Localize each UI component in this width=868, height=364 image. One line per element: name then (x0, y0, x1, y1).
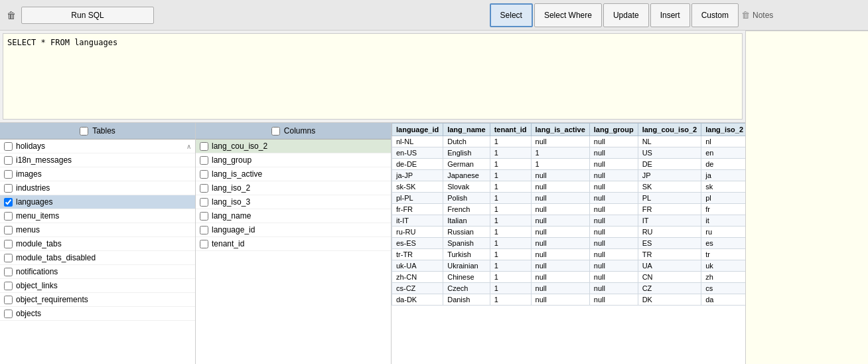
results-column-header: lang_iso_2 (701, 124, 745, 136)
table-cell: 1 (490, 170, 531, 181)
table-cell: null (531, 272, 589, 283)
tables-select-all-checkbox[interactable] (80, 127, 88, 136)
table-item[interactable]: i18n_messages (0, 153, 195, 167)
notes-label: Notes (753, 11, 773, 20)
table-cell: ru-RU (392, 227, 443, 238)
table-cell: Czech (443, 283, 490, 294)
column-checkbox[interactable] (200, 142, 208, 151)
table-cell: de-DE (392, 159, 443, 170)
table-cell: 1 (490, 294, 531, 306)
table-checkbox[interactable] (4, 156, 13, 165)
query-button-custom[interactable]: Custom (691, 3, 739, 27)
table-row[interactable]: sk-SKSlovak1nullnullSKskslo (392, 181, 746, 193)
table-checkbox[interactable] (4, 184, 13, 193)
table-cell: null (589, 181, 638, 193)
column-item[interactable]: lang_group (196, 153, 391, 167)
table-checkbox[interactable] (4, 310, 13, 318)
table-checkbox[interactable] (4, 142, 13, 151)
table-item[interactable]: menus (0, 223, 195, 237)
table-cell: null (589, 193, 638, 204)
table-item[interactable]: object_requirements (0, 293, 195, 307)
columns-select-all-checkbox[interactable] (271, 127, 280, 136)
notes-trash-icon[interactable]: 🗑 (741, 10, 750, 20)
table-row[interactable]: da-DKDanish1nullnullDKdadan (392, 294, 746, 306)
table-row[interactable]: en-USEnglish11nullUSeneng (392, 147, 746, 159)
table-checkbox[interactable] (4, 212, 13, 221)
column-checkbox[interactable] (200, 240, 208, 248)
table-item[interactable]: holidays∧ (0, 139, 195, 153)
table-item[interactable]: module_tabs (0, 237, 195, 251)
table-cell: fr-FR (392, 204, 443, 215)
column-item[interactable]: tenant_id (196, 237, 391, 251)
column-item[interactable]: lang_is_active (196, 167, 391, 181)
column-item[interactable]: lang_cou_iso_2 (196, 139, 391, 153)
table-cell: zh-CN (392, 272, 443, 283)
table-item[interactable]: images (0, 167, 195, 181)
tables-header-label: Tables (92, 126, 115, 136)
tables-panel: Tables holidays∧i18n_messagesimagesindus… (0, 123, 196, 364)
table-checkbox[interactable] (4, 268, 13, 276)
table-row[interactable]: uk-UAUkrainian1nullnullUAukukr (392, 260, 746, 272)
table-cell: null (531, 249, 589, 260)
query-button-select-where[interactable]: Select Where (534, 3, 602, 27)
table-row[interactable]: pl-PLPolish1nullnullPLplpol (392, 193, 746, 204)
table-cell: it (701, 215, 745, 227)
table-item[interactable]: languages (0, 195, 195, 209)
column-item[interactable]: language_id (196, 223, 391, 237)
table-cell: uk (701, 260, 745, 272)
table-checkbox[interactable] (4, 240, 13, 248)
table-cell: null (589, 215, 638, 227)
table-checkbox[interactable] (4, 170, 13, 179)
table-item[interactable]: menu_items (0, 209, 195, 223)
table-row[interactable]: cs-CZCzech1nullnullCZcscze (392, 283, 746, 294)
column-checkbox[interactable] (200, 156, 208, 165)
run-sql-button[interactable]: Run SQL (21, 7, 154, 24)
table-row[interactable]: ru-RURussian1nullnullRUrurus (392, 227, 746, 238)
column-item[interactable]: lang_iso_3 (196, 195, 391, 209)
notes-panel (745, 31, 868, 364)
column-item[interactable]: lang_name (196, 209, 391, 223)
table-checkbox[interactable] (4, 282, 13, 290)
query-button-update[interactable]: Update (603, 3, 649, 27)
table-checkbox[interactable] (4, 296, 13, 304)
table-row[interactable]: fr-FRFrench1nullnullFRfrfre (392, 204, 746, 215)
table-checkbox[interactable] (4, 198, 13, 207)
table-checkbox[interactable] (4, 226, 13, 234)
table-item[interactable]: industries (0, 181, 195, 195)
table-name: object_links (16, 281, 58, 290)
left-panel: SELECT * FROM languages Tables holidays∧… (0, 31, 745, 364)
table-cell: zh (701, 272, 745, 283)
table-item[interactable]: notifications (0, 265, 195, 279)
results-panel[interactable]: language_idlang_nametenant_idlang_is_act… (392, 123, 745, 364)
column-item[interactable]: lang_iso_2 (196, 181, 391, 195)
scroll-up-icon[interactable]: ∧ (186, 143, 191, 150)
table-row[interactable]: ja-JPJapanese1nullnullJPjajpn (392, 170, 746, 181)
table-item[interactable]: module_tabs_disabled (0, 251, 195, 265)
table-row[interactable]: it-ITItalian1nullnullITitita (392, 215, 746, 227)
table-name: module_tabs (16, 239, 62, 248)
column-checkbox[interactable] (200, 170, 208, 179)
table-row[interactable]: zh-CNChinese1nullnullCNzhchi (392, 272, 746, 283)
table-cell: es-ES (392, 238, 443, 249)
column-name: lang_group (212, 155, 252, 165)
table-cell: es (701, 238, 745, 249)
column-checkbox[interactable] (200, 226, 208, 234)
table-item[interactable]: objects (0, 307, 195, 321)
query-button-select[interactable]: Select (490, 3, 533, 27)
column-name: lang_is_active (212, 169, 262, 179)
delete-icon[interactable]: 🗑 (4, 9, 19, 22)
column-checkbox[interactable] (200, 198, 208, 207)
table-name: objects (16, 309, 41, 318)
table-row[interactable]: de-DEGerman11nullDEdeger (392, 159, 746, 170)
table-item[interactable]: object_links (0, 279, 195, 293)
column-name: language_id (212, 225, 255, 234)
query-button-insert[interactable]: Insert (650, 3, 690, 27)
column-checkbox[interactable] (200, 184, 208, 193)
sql-editor[interactable]: SELECT * FROM languages (3, 33, 743, 120)
table-row[interactable]: tr-TRTurkish1nullnullTRtrtur (392, 249, 746, 260)
columns-header: Columns (196, 123, 391, 139)
table-row[interactable]: es-ESSpanish1nullnullESesspa (392, 238, 746, 249)
table-checkbox[interactable] (4, 254, 13, 262)
column-checkbox[interactable] (200, 212, 208, 221)
table-row[interactable]: nl-NLDutch1nullnullNLnldut (392, 136, 746, 147)
